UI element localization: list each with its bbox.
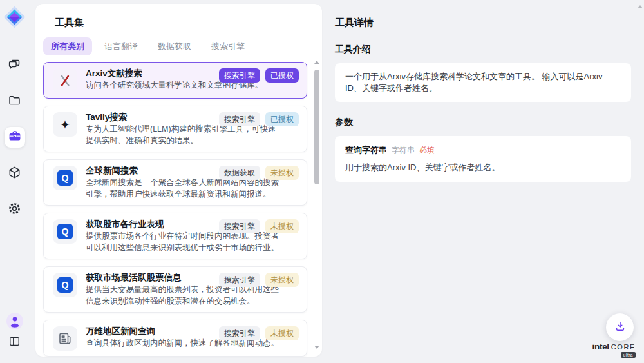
page-title: 工具集 bbox=[55, 17, 322, 29]
nav-rail bbox=[0, 0, 35, 363]
tool-description: 提供股票市场各个行业在特定时间段内的表现。投资者可以利用这些信息来识别表现优于或… bbox=[86, 231, 280, 253]
tool-card[interactable]: Q 全球新闻搜索 全球新闻搜索是一个聚合全球各大新闻网站内容的搜索引擎，帮助用户… bbox=[43, 159, 307, 206]
tools-panel: 工具集 所有类别 语言翻译 数据获取 搜索引擎 Arxiv文献搜索 访问各个研究… bbox=[35, 4, 322, 357]
sidebar-item-models[interactable] bbox=[5, 163, 25, 184]
tool-description: 专为人工智能代理(LLM)构建的搜索引擎工具，可快速提供实时、准确和真实的结果。 bbox=[86, 124, 280, 146]
param-description: 用于搜索的Arxiv ID、关键字或作者姓名。 bbox=[345, 162, 621, 173]
tool-badges: 搜索引擎 未授权 bbox=[219, 273, 299, 287]
gear-icon bbox=[8, 202, 21, 218]
folder-icon bbox=[8, 93, 21, 110]
auth-status-badge: 未授权 bbox=[265, 326, 299, 340]
brand-ultra-badge: ultra bbox=[621, 352, 636, 358]
user-avatar[interactable] bbox=[6, 313, 23, 329]
tool-card[interactable]: Q 获取市场最活跃股票信息 提供当天交易量最高的股票列表，投资者可以利用这些信息… bbox=[43, 266, 307, 313]
q-search-icon: Q bbox=[53, 166, 77, 190]
arxiv-icon bbox=[53, 68, 77, 93]
scroll-up-icon[interactable] bbox=[314, 61, 319, 64]
tool-description: 全球新闻搜索是一个聚合全球各大新闻网站内容的搜索引擎，帮助用户快速获取全球最新资… bbox=[86, 177, 280, 200]
tool-list: Arxiv文献搜索 访问各个研究领域大量科学论文和文章的存储库。 搜索引擎 已授… bbox=[43, 62, 307, 357]
category-badge: 搜索引擎 bbox=[219, 326, 260, 340]
intel-core-logo: intel core ultra bbox=[592, 342, 636, 358]
tool-card[interactable]: 万维地区新闻查询 查询具体行政区划内的新闻，快速了解各地新闻动态。 搜索引擎 未… bbox=[43, 320, 307, 357]
params-heading: 参数 bbox=[335, 117, 631, 128]
cube-icon bbox=[8, 166, 21, 182]
tool-card[interactable]: Q 获取股市各行业表现 提供股票市场各个行业在特定时间段内的表现。投资者可以利用… bbox=[43, 213, 307, 259]
tool-detail-panel: 工具详情 工具介绍 一个用于从Arxiv存储库搜索科学论文和文章的工具。 输入可… bbox=[322, 0, 644, 363]
auth-status-badge: 未授权 bbox=[265, 219, 299, 233]
detail-title: 工具详情 bbox=[335, 17, 631, 29]
category-badge: 搜索引擎 bbox=[219, 219, 260, 233]
q-search-icon: Q bbox=[53, 219, 77, 244]
sidebar-item-toolbox[interactable] bbox=[5, 127, 25, 148]
parameter-card: 查询字符串 字符串 必填 用于搜索的Arxiv ID、关键字或作者姓名。 bbox=[335, 136, 631, 182]
collapse-panel-icon[interactable] bbox=[8, 335, 21, 348]
intro-heading: 工具介绍 bbox=[335, 44, 631, 55]
category-badge: 搜索引擎 bbox=[219, 273, 260, 287]
scrollbar-thumb[interactable] bbox=[314, 70, 319, 184]
param-required-badge: 必填 bbox=[419, 145, 435, 156]
q-search-icon: Q bbox=[53, 273, 77, 297]
category-tab[interactable]: 所有类别 bbox=[43, 37, 92, 55]
auth-status-badge: 未授权 bbox=[265, 166, 299, 180]
tool-badges: 搜索引擎 已授权 bbox=[219, 112, 299, 126]
app-logo-icon bbox=[3, 5, 27, 29]
category-badge: 搜索引擎 bbox=[219, 68, 260, 83]
brand-core-text: core bbox=[611, 343, 636, 351]
page-scroll-up-icon[interactable] bbox=[638, 5, 643, 8]
chat-icon bbox=[8, 57, 21, 74]
tool-card[interactable]: Arxiv文献搜索 访问各个研究领域大量科学论文和文章的存储库。 搜索引擎 已授… bbox=[43, 62, 307, 99]
tool-badges: 搜索引擎 未授权 bbox=[219, 326, 299, 340]
category-tabs: 所有类别 语言翻译 数据获取 搜索引擎 bbox=[43, 37, 322, 55]
category-tab[interactable]: 数据获取 bbox=[150, 37, 199, 55]
tavily-icon: ✦ bbox=[53, 112, 77, 137]
category-tab[interactable]: 语言翻译 bbox=[97, 37, 146, 55]
tool-badges: 搜索引擎 未授权 bbox=[219, 219, 299, 233]
newspaper-icon bbox=[53, 326, 77, 351]
category-badge: 数据获取 bbox=[219, 166, 260, 180]
auth-status-badge: 已授权 bbox=[265, 68, 299, 83]
tool-card[interactable]: ✦ Tavily搜索 专为人工智能代理(LLM)构建的搜索引擎工具，可快速提供实… bbox=[43, 106, 307, 152]
auth-status-badge: 已授权 bbox=[265, 112, 299, 126]
tool-badges: 数据获取 未授权 bbox=[219, 166, 299, 180]
download-button[interactable] bbox=[606, 313, 634, 341]
brand-intel-text: intel bbox=[592, 342, 609, 351]
sidebar-item-settings[interactable] bbox=[5, 199, 25, 220]
list-scrollbar[interactable] bbox=[314, 59, 320, 350]
category-badge: 搜索引擎 bbox=[219, 112, 260, 126]
intro-card: 一个用于从Arxiv存储库搜索科学论文和文章的工具。 输入可以是Arxiv ID… bbox=[335, 63, 631, 102]
auth-status-badge: 未授权 bbox=[265, 273, 299, 287]
sidebar-item-files[interactable] bbox=[5, 91, 25, 112]
download-icon bbox=[614, 320, 627, 335]
scroll-down-icon[interactable] bbox=[314, 346, 319, 349]
tool-badges: 搜索引擎 已授权 bbox=[219, 68, 299, 83]
rail-nav bbox=[5, 55, 25, 220]
tool-description: 提供当天交易量最高的股票列表，投资者可以利用这些信息来识别流动性强的股票和潜在的… bbox=[86, 284, 280, 307]
rail-bottom bbox=[6, 313, 23, 348]
sidebar-item-chat[interactable] bbox=[5, 55, 25, 75]
param-list: 查询字符串 字符串 必填 用于搜索的Arxiv ID、关键字或作者姓名。 bbox=[335, 136, 631, 182]
param-name: 查询字符串 bbox=[345, 144, 387, 156]
category-tab[interactable]: 搜索引擎 bbox=[204, 37, 252, 55]
param-type: 字符串 bbox=[392, 145, 415, 156]
toolbox-icon bbox=[8, 129, 22, 146]
